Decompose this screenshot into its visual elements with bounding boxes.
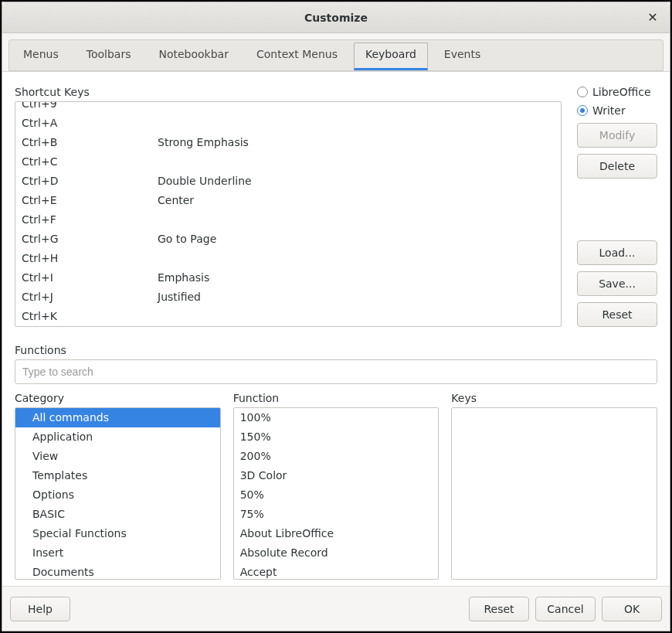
shortcut-row[interactable]: Ctrl+DDouble Underline (15, 172, 561, 191)
keys-list[interactable] (451, 407, 657, 580)
shortcut-key: Ctrl+A (22, 116, 158, 131)
scope-writer-label: Writer (592, 104, 626, 117)
shortcut-key: Ctrl+D (22, 174, 158, 189)
category-item[interactable]: Application (15, 427, 220, 447)
customize-dialog: Customize ✕ MenusToolbarsNotebookbarCont… (2, 2, 670, 631)
category-item[interactable]: Insert (15, 543, 220, 563)
scope-libreoffice-radio[interactable]: LibreOffice (577, 86, 657, 98)
shortcut-command: Center (158, 193, 194, 208)
dialog-footer: Help Reset Cancel OK (2, 586, 670, 631)
shortcut-command: Go to Page (158, 232, 216, 247)
scope-writer-radio[interactable]: Writer (577, 104, 657, 117)
shortcut-row[interactable]: Ctrl+ECenter (15, 191, 561, 210)
category-item[interactable]: Special Functions (15, 524, 220, 543)
category-item[interactable]: Documents (15, 563, 220, 580)
shortcut-key: Ctrl+9 (22, 101, 158, 111)
function-item[interactable]: Accept (234, 563, 439, 580)
load-button[interactable]: Load... (577, 240, 657, 265)
shortcut-key: Ctrl+J (22, 290, 158, 305)
help-button[interactable]: Help (10, 597, 70, 621)
save-button[interactable]: Save... (577, 271, 657, 296)
shortcut-row[interactable]: Ctrl+A (15, 114, 561, 133)
radio-icon (577, 105, 588, 116)
category-item[interactable]: View (15, 447, 220, 466)
shortcut-key: Ctrl+C (22, 155, 158, 169)
shortcut-row[interactable]: Ctrl+C (15, 152, 561, 172)
category-item[interactable]: All commands (15, 408, 220, 427)
shortcut-command: Double Underline (158, 174, 252, 189)
shortcut-command: Strong Emphasis (158, 135, 249, 150)
tab-menus[interactable]: Menus (9, 40, 73, 70)
function-item[interactable]: 3D Color (234, 466, 439, 485)
function-item[interactable]: 75% (234, 505, 439, 524)
cancel-button[interactable]: Cancel (535, 597, 596, 621)
function-item[interactable]: About LibreOffice (234, 524, 439, 543)
delete-button[interactable]: Delete (577, 154, 657, 179)
scope-libreoffice-label: LibreOffice (592, 86, 651, 98)
search-input[interactable] (15, 359, 657, 384)
shortcut-row[interactable]: Ctrl+GGo to Page (15, 230, 561, 249)
ok-button[interactable]: OK (602, 597, 662, 621)
shortcut-key: Ctrl+H (22, 251, 158, 266)
category-item[interactable]: BASIC (15, 505, 220, 524)
close-icon[interactable]: ✕ (642, 2, 664, 32)
tab-context-menus[interactable]: Context Menus (243, 40, 351, 70)
shortcut-row[interactable]: Ctrl+K (15, 307, 561, 326)
function-item[interactable]: 150% (234, 427, 439, 447)
dialog-title: Customize (304, 12, 368, 24)
function-list[interactable]: 100%150%200%3D Color50%75%About LibreOff… (233, 407, 440, 580)
category-item[interactable]: Templates (15, 466, 220, 485)
shortcut-command: Justified (158, 290, 201, 305)
keyboard-panel: Shortcut Keys Ctrl+9Ctrl+ACtrl+BStrong E… (2, 71, 670, 586)
shortcut-row[interactable]: Ctrl+F (15, 210, 561, 230)
shortcut-key: Ctrl+B (22, 135, 158, 150)
titlebar: Customize ✕ (2, 2, 670, 33)
category-list[interactable]: All commandsApplicationViewTemplatesOpti… (15, 407, 221, 580)
category-label: Category (15, 392, 221, 404)
function-item[interactable]: Absolute Record (234, 543, 439, 563)
reset-button[interactable]: Reset (469, 597, 529, 621)
function-item[interactable]: 100% (234, 408, 439, 427)
tab-events[interactable]: Events (430, 40, 494, 70)
shortcut-key: Ctrl+G (22, 232, 158, 247)
shortcut-keys-label: Shortcut Keys (15, 86, 562, 98)
radio-icon (577, 87, 588, 97)
modify-button[interactable]: Modify (577, 123, 657, 148)
shortcut-key: Ctrl+K (22, 309, 158, 324)
shortcut-keys-list[interactable]: Ctrl+9Ctrl+ACtrl+BStrong EmphasisCtrl+CC… (15, 101, 562, 327)
shortcut-key: Ctrl+F (22, 213, 158, 227)
reset-side-button[interactable]: Reset (577, 302, 657, 327)
shortcut-row[interactable]: Ctrl+BStrong Emphasis (15, 133, 561, 152)
side-controls: LibreOffice Writer Modify Delete Load...… (577, 86, 657, 333)
shortcut-command: Emphasis (158, 271, 209, 285)
tab-toolbars[interactable]: Toolbars (73, 40, 145, 70)
shortcut-row[interactable]: Ctrl+9 (15, 101, 561, 114)
shortcut-row[interactable]: Ctrl+H (15, 249, 561, 268)
tab-notebookbar[interactable]: Notebookbar (144, 40, 243, 70)
keys-label: Keys (451, 392, 657, 404)
category-item[interactable]: Options (15, 485, 220, 505)
function-label: Function (233, 392, 440, 404)
shortcut-row[interactable]: Ctrl+IEmphasis (15, 268, 561, 288)
shortcut-key: Ctrl+I (22, 271, 158, 285)
tab-bar: MenusToolbarsNotebookbarContext MenusKey… (8, 39, 664, 71)
shortcut-key: Ctrl+E (22, 193, 158, 208)
functions-label: Functions (15, 344, 657, 356)
shortcut-row[interactable]: Ctrl+JJustified (15, 288, 561, 307)
function-item[interactable]: 200% (234, 447, 439, 466)
function-item[interactable]: 50% (234, 485, 439, 505)
tab-keyboard[interactable]: Keyboard (354, 43, 428, 70)
